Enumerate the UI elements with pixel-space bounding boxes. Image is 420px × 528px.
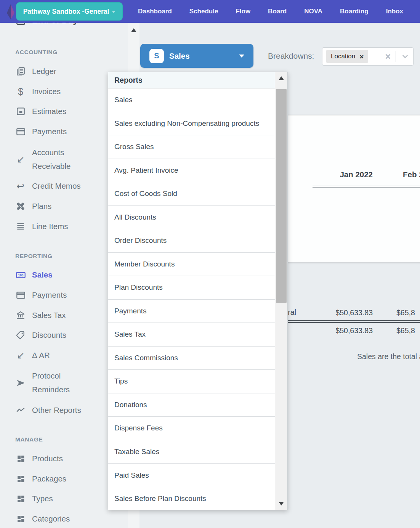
sidebar-item-label: Discounts <box>32 331 66 340</box>
arrow-down-left-icon: ↙ <box>15 351 26 360</box>
sidebar-item-label: Packages <box>32 474 66 483</box>
sidebar-section-reporting: REPORTING <box>15 253 53 260</box>
sidebar-item-invoices[interactable]: $ Invoices <box>15 83 61 100</box>
dropdown-option-sales[interactable]: Sales <box>108 88 276 112</box>
sidebar-item-accounts-receivable[interactable]: ↙ Accounts Receivable <box>15 145 99 174</box>
sidebar-item-label: Types <box>32 494 53 503</box>
report-selector-button[interactable]: S Sales <box>140 44 253 68</box>
sidebar-item-line-items[interactable]: Line Items <box>15 218 68 234</box>
clear-all-icon[interactable]: × <box>385 52 391 61</box>
tag-icon <box>15 330 26 340</box>
scroll-up-icon[interactable] <box>279 76 284 80</box>
chip-label: Location <box>331 53 355 60</box>
table-cell-feb: $65,8 <box>396 308 415 317</box>
nav-item-inbox[interactable]: Inbox <box>386 8 403 15</box>
dropdown-option-sales-tax[interactable]: Sales Tax <box>108 323 276 347</box>
chip-remove-icon[interactable]: × <box>359 53 364 60</box>
dropdown-option-sales-before-plan-discounts[interactable]: Sales Before Plan Discounts <box>108 487 276 510</box>
sidebar-item-label: Sales <box>32 270 53 279</box>
sidebar-item-credit-memos[interactable]: ↩ Credit Memos <box>15 178 81 194</box>
nav-item-schedule[interactable]: Schedule <box>189 8 218 15</box>
dropdown-option-sales-commissions[interactable]: Sales Commissions <box>108 347 276 370</box>
app-root: End of Day ACCOUNTING Ledger $ Invoices … <box>0 0 420 528</box>
sidebar-item-products[interactable]: Products <box>15 451 63 467</box>
dropdown-option-all-discounts[interactable]: All Discounts <box>108 206 276 229</box>
dropdown-option-dispense-fees[interactable]: Dispense Fees <box>108 417 276 440</box>
ledger-icon <box>15 66 26 76</box>
nav-item-dashboard[interactable]: Dashboard <box>138 8 172 15</box>
sidebar-item-delta-ar[interactable]: ↙ Δ AR <box>15 347 50 363</box>
sidebar-item-sales-tax[interactable]: Sales Tax <box>15 307 66 323</box>
report-name: Sales <box>169 51 190 61</box>
sidebar-item-plans[interactable]: Plans <box>15 198 51 214</box>
column-header-jan-2022: Jan 2022 <box>274 170 373 179</box>
breakdowns-label: Breakdowns: <box>268 51 314 61</box>
sidebar-item-other-reports[interactable]: Other Reports <box>15 402 81 418</box>
sidebar-item-label: Protocol Reminders <box>32 369 99 396</box>
sidebar-item-label: Other Reports <box>32 406 81 415</box>
sidebar-item-types[interactable]: Types <box>15 491 53 507</box>
table-footnote: Sales are the total am <box>357 352 420 361</box>
dropdown-option-avg-patient-invoice[interactable]: Avg. Patient Invoice <box>108 159 276 183</box>
dropdown-option-taxable-sales[interactable]: Taxable Sales <box>108 440 276 464</box>
dropdown-option-tips[interactable]: Tips <box>108 370 276 393</box>
sidebar-item-label: Categories <box>32 514 70 523</box>
sidebar-item-estimates[interactable]: Estimates <box>15 103 66 119</box>
breakdown-chip-location: Location × <box>326 50 368 63</box>
sidebar-item-label: Payments <box>32 290 67 300</box>
dropdown-option-gross-sales[interactable]: Gross Sales <box>108 135 276 159</box>
nav-items: Dashboard Schedule Flow Board NOVA Board… <box>138 0 403 23</box>
sidebar-item-payments[interactable]: Payments <box>15 124 67 140</box>
sidebar-item-ledger[interactable]: Ledger <box>15 63 56 79</box>
sidebar-item-label: Plans <box>32 202 51 211</box>
sidebar-item-sales[interactable]: 100 Sales <box>15 267 53 283</box>
scrollbar-thumb[interactable] <box>276 89 287 303</box>
sidebar-item-label: Line Items <box>32 222 68 231</box>
nav-item-nova[interactable]: NOVA <box>304 8 322 15</box>
sidebar-item-label: Sales Tax <box>32 311 66 320</box>
sidebar-item-label: Invoices <box>32 87 61 96</box>
workspace-name: Pathway Sandbox -General <box>23 8 109 16</box>
nav-item-boarding[interactable]: Boarding <box>340 8 369 15</box>
sidebar-item-discounts[interactable]: Discounts <box>15 327 66 343</box>
report-badge: S <box>149 49 164 63</box>
nav-item-flow[interactable]: Flow <box>236 8 250 15</box>
scroll-down-icon[interactable] <box>279 502 284 506</box>
dropdown-option-donations[interactable]: Donations <box>108 393 276 417</box>
grid-blocks-icon <box>15 514 26 524</box>
table-cell-jan: $50,633.83 <box>335 308 373 317</box>
dropdown-option-payments[interactable]: Payments <box>108 300 276 323</box>
sidebar-item-label: Products <box>32 454 63 463</box>
lines-icon <box>15 221 26 231</box>
dropdown-option-sales-excluding[interactable]: Sales excluding Non-Compensating product… <box>108 112 276 136</box>
grid-blocks-icon <box>15 454 26 464</box>
top-navbar: Pathway Sandbox -General Dashboard Sched… <box>0 0 420 23</box>
dropdown-option-cogs[interactable]: Cost of Goods Sold <box>108 182 276 206</box>
dropdown-option-paid-sales[interactable]: Paid Sales <box>108 464 276 487</box>
workspace-selector-button[interactable]: Pathway Sandbox -General <box>16 2 123 21</box>
sidebar-item-protocol-reminders[interactable]: Protocol Reminders <box>15 368 99 397</box>
sidebar-item-packages[interactable]: Packages <box>15 471 66 487</box>
sidebar-section-manage: MANAGE <box>15 436 43 443</box>
scroll-up-icon[interactable] <box>131 28 136 32</box>
dropdown-header: Reports <box>108 72 287 88</box>
dropdown-option-member-discounts[interactable]: Member Discounts <box>108 253 276 276</box>
bank-icon <box>15 310 26 320</box>
estimate-card-icon <box>15 106 26 116</box>
nav-item-board[interactable]: Board <box>268 8 287 15</box>
grid-blocks-icon <box>15 494 26 504</box>
table-total-feb: $65,8 <box>396 326 415 335</box>
dropdown-option-plan-discounts[interactable]: Plan Discounts <box>108 276 276 300</box>
credit-card-icon <box>15 290 26 300</box>
return-arrow-icon: ↩ <box>15 181 26 191</box>
header-rule <box>313 186 420 188</box>
sidebar-item-payments-report[interactable]: Payments <box>15 287 67 303</box>
dropdown-option-order-discounts[interactable]: Order Discounts <box>108 229 276 253</box>
reports-dropdown: Reports Sales Sales excluding Non-Compen… <box>108 72 288 510</box>
chevron-down-icon[interactable] <box>401 52 409 61</box>
credit-card-icon <box>15 127 26 136</box>
sidebar-item-categories[interactable]: Categories <box>15 511 70 527</box>
dropdown-scrollbar[interactable] <box>275 72 287 510</box>
svg-text:100: 100 <box>18 273 23 277</box>
breakdowns-select[interactable]: Location × × <box>322 47 414 66</box>
